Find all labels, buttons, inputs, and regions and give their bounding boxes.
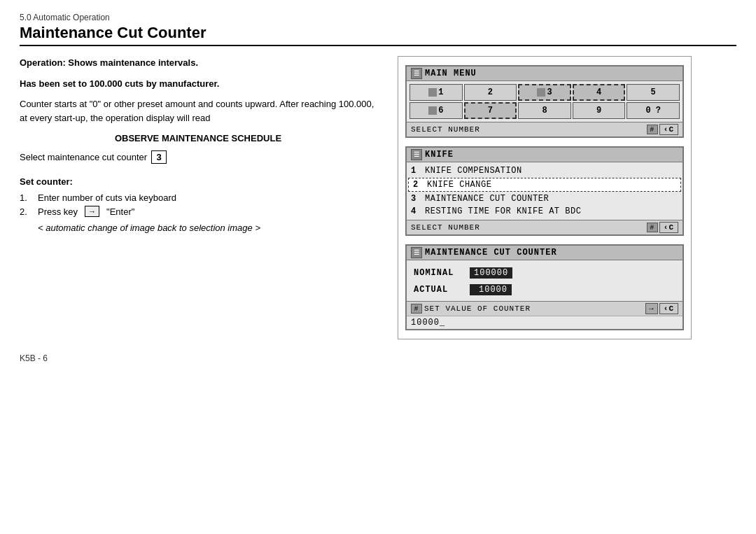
btn6-icon [428, 106, 437, 115]
knife-item-4-label: RESTING TIME FOR KNIFE AT BDC [425, 206, 581, 216]
menu-btn-9[interactable]: 9 [573, 102, 626, 119]
menu-btn-1[interactable]: 1 [410, 84, 463, 101]
knife-item-3-label: MAINTENANCE CUT COUNTER [425, 194, 549, 204]
knife-c-button[interactable]: ‹C [659, 222, 678, 233]
btn1-icon [428, 88, 437, 97]
main-menu-title: MAIN MENU [425, 69, 477, 78]
enter-arrow-btn[interactable]: → [645, 303, 658, 314]
knife-item-2-label: KNIFE CHANGE [427, 180, 491, 190]
c-button[interactable]: ‹C [659, 124, 678, 135]
nominal-value: 100000 [470, 267, 512, 279]
actual-row: ACTUAL 10000 [407, 281, 682, 298]
left-panel: Operation: Shows maintenance intervals. … [20, 56, 398, 339]
maintenance-bottom-left: # SET VALUE OF COUNTER [411, 304, 531, 314]
knife-item-2[interactable]: 2 KNIFE CHANGE [408, 178, 681, 192]
knife-bottom: SELECT NUMBER # ‹C [407, 220, 682, 234]
select-row: Select maintenance cut counter 3 [20, 150, 377, 164]
knife-right-btns: # ‹C [647, 222, 678, 233]
maintenance-title-bar: ☰ MAINTENANCE CUT COUNTER [407, 246, 682, 260]
main-menu-icon: ☰ [411, 68, 422, 79]
page-title: Maintenance Cut Counter [20, 24, 736, 46]
menu-btn-8[interactable]: 8 [518, 102, 571, 119]
select-value: 3 [151, 150, 167, 164]
operation-para: Operation: Shows maintenance intervals. [20, 56, 377, 70]
maintenance-c-button[interactable]: ‹C [659, 303, 678, 314]
menu-btn-6[interactable]: 6 [410, 102, 463, 119]
menu-btn-4[interactable]: 4 [573, 84, 626, 101]
input-value: 10000_ [411, 318, 445, 328]
menu-btn-5[interactable]: 5 [626, 84, 680, 101]
knife-item-3[interactable]: 3 MAINTENANCE CUT COUNTER [407, 192, 682, 205]
knife-item-1-label: KNIFE COMPENSATION [425, 166, 522, 176]
step-2: 2. Press key → "Enter" [20, 206, 377, 217]
set-value-label: SET VALUE OF COUNTER [424, 304, 531, 313]
description-text: Counter starts at "0" or other preset am… [20, 97, 377, 125]
operation-text: Shows maintenance intervals. [68, 57, 198, 68]
menu-btn-7[interactable]: 7 [464, 102, 517, 119]
maintenance-screen: ☰ MAINTENANCE CUT COUNTER NOMINAL 100000… [405, 244, 684, 330]
footer: K5B - 6 [20, 353, 736, 363]
maintenance-icon: ☰ [411, 247, 422, 258]
maintenance-hash[interactable]: # [411, 304, 422, 314]
knife-icon: ☰ [411, 149, 422, 160]
italic-note: < automatic change of image back to sele… [38, 223, 377, 233]
page-container: 5.0 Automatic Operation Maintenance Cut … [0, 0, 756, 376]
btn3-icon [537, 88, 545, 97]
maintenance-bottom-right: → ‹C [645, 303, 678, 314]
step-1: 1. Enter number of cuts via keyboard [20, 192, 377, 203]
knife-hash-icon[interactable]: # [647, 223, 658, 232]
knife-select-label: SELECT NUMBER [411, 223, 480, 232]
nominal-label: NOMINAL [414, 268, 463, 278]
operation-label: Operation: [20, 57, 66, 68]
main-menu-grid: 1 2 3 4 5 6 7 8 9 0 ? [407, 81, 682, 122]
steps-list: 1. Enter number of cuts via keyboard 2. … [20, 192, 377, 217]
main-menu-title-bar: ☰ MAIN MENU [407, 66, 682, 81]
main-menu-bottom: SELECT NUMBER # ‹C [407, 122, 682, 136]
step2-enter: "Enter" [106, 206, 134, 217]
step1-text: Enter number of cuts via keyboard [38, 192, 176, 203]
knife-screen: ☰ KNIFE 1 KNIFE COMPENSATION 2 KNIFE CHA… [405, 146, 684, 236]
section-label: 5.0 Automatic Operation [20, 13, 736, 22]
input-bar[interactable]: 10000_ [407, 316, 682, 329]
main-menu-select-label: SELECT NUMBER [411, 125, 480, 134]
menu-btn-0[interactable]: 0 ? [626, 102, 680, 119]
step2-text: Press key [38, 206, 78, 217]
set-counter-label: Set counter: [20, 176, 377, 187]
select-label: Select maintenance cut counter [20, 152, 147, 162]
main-menu-screen: ☰ MAIN MENU 1 2 3 4 5 6 [405, 65, 684, 138]
maintenance-data: NOMINAL 100000 ACTUAL 10000 [407, 260, 682, 301]
knife-title: KNIFE [425, 150, 454, 160]
menu-btn-2[interactable]: 2 [464, 84, 517, 101]
right-panel: ☰ MAIN MENU 1 2 3 4 5 6 [398, 56, 692, 339]
maintenance-bottom: # SET VALUE OF COUNTER → ‹C [407, 301, 682, 316]
menu-btn-3[interactable]: 3 [518, 84, 571, 101]
main-menu-right-btns: # ‹C [647, 124, 678, 135]
knife-title-bar: ☰ KNIFE [407, 148, 682, 162]
hash-icon[interactable]: # [647, 125, 658, 134]
knife-item-4[interactable]: 4 RESTING TIME FOR KNIFE AT BDC [407, 205, 682, 218]
observe-header: OBSERVE MAINTENANCE SCHEDULE [20, 133, 377, 143]
set-label: Has been set to 100.000 cuts by manufact… [20, 77, 377, 91]
main-content: Operation: Shows maintenance intervals. … [20, 56, 736, 339]
knife-menu-list: 1 KNIFE COMPENSATION 2 KNIFE CHANGE 3 MA… [407, 162, 682, 220]
actual-label: ACTUAL [414, 285, 463, 295]
enter-key-icon: → [85, 206, 99, 217]
knife-item-1[interactable]: 1 KNIFE COMPENSATION [407, 164, 682, 177]
actual-value: 10000 [470, 284, 512, 295]
nominal-row: NOMINAL 100000 [407, 265, 682, 281]
maintenance-title: MAINTENANCE CUT COUNTER [425, 248, 557, 258]
